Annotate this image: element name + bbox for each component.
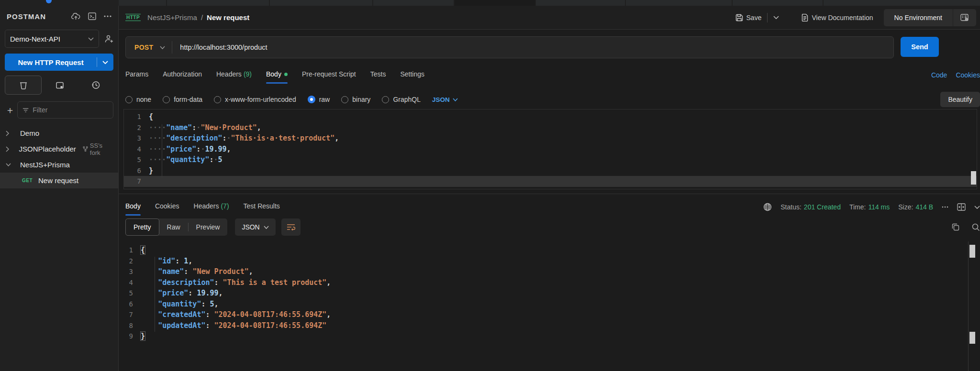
line-number: 8 <box>119 322 141 329</box>
scrollbar-thumb[interactable] <box>969 245 975 258</box>
send-button[interactable]: Send <box>901 37 939 57</box>
beautify-button[interactable]: Beautify <box>940 92 980 107</box>
url-input[interactable] <box>172 44 893 51</box>
collection-tree: Demo JSONPlaceholder SS's fork NestJS+Pr… <box>0 125 118 188</box>
line-number: 3 <box>119 268 141 275</box>
code-line[interactable]: 4····"price":·19.99, <box>124 144 977 155</box>
status-value[interactable]: 201 Created <box>804 203 841 211</box>
new-http-request-button[interactable]: New HTTP Request <box>5 54 113 71</box>
mode-x-www-form-urlencoded[interactable]: x-www-form-urlencoded <box>214 96 296 103</box>
tab-settings[interactable]: Settings <box>400 70 424 80</box>
collection-nestjs-prisma[interactable]: NestJS+Prisma <box>0 157 118 173</box>
tab-tests[interactable]: Tests <box>370 70 386 80</box>
line-number: 7 <box>119 311 141 318</box>
view-preview[interactable]: Preview <box>189 219 228 235</box>
line-number: 9 <box>119 332 141 340</box>
body-modified-dot <box>284 73 288 76</box>
split-pane-icon[interactable] <box>957 203 966 211</box>
history-icon[interactable] <box>78 76 113 95</box>
response-tab-body[interactable]: Body <box>125 202 141 212</box>
collection-demo[interactable]: Demo <box>0 125 118 141</box>
invite-user-icon[interactable] <box>105 35 113 43</box>
view-documentation-button[interactable]: View Documentation <box>802 14 873 22</box>
environment-selector: No Environment <box>884 9 976 26</box>
cloud-upload-icon[interactable] <box>71 13 80 20</box>
view-pretty[interactable]: Pretty <box>125 218 159 236</box>
more-icon[interactable] <box>104 15 111 17</box>
request-tabs: Params Authorization Headers(9) Body Pre… <box>125 67 980 83</box>
request-body-editor[interactable]: 1{2····"name":·"New·Product",3····"descr… <box>123 109 977 189</box>
radio-icon <box>341 96 348 103</box>
pane-divider[interactable] <box>119 194 980 194</box>
add-collection-icon[interactable]: ＋ <box>3 104 17 117</box>
scrollbar-thumb[interactable] <box>971 171 976 185</box>
scrollbar-thumb[interactable] <box>969 332 975 344</box>
code-line: 6 "quantity": 5, <box>119 299 977 310</box>
code-line[interactable]: 5····"quantity":·5 <box>124 154 977 165</box>
radio-icon <box>214 96 221 103</box>
line-number: 2 <box>119 257 141 265</box>
sidebar: POSTMAN Demo-Next-API New HTTP Re <box>0 6 119 371</box>
breadcrumb-request[interactable]: New request <box>207 13 249 22</box>
workspace-selector[interactable]: Demo-Next-API <box>5 30 99 48</box>
response-tab-cookies[interactable]: Cookies <box>155 202 179 212</box>
mode-graphql[interactable]: GraphQL <box>382 96 421 103</box>
chevron-right-icon <box>6 131 20 136</box>
time-value[interactable]: 114 ms <box>868 203 890 211</box>
copy-icon[interactable] <box>952 223 959 231</box>
save-options-chevron[interactable] <box>773 16 782 19</box>
chevron-down-icon <box>88 37 94 41</box>
http-method-icon: HTTP <box>125 14 141 21</box>
mode-form-data[interactable]: form-data <box>163 96 202 103</box>
postman-app: POSTMAN Demo-Next-API New HTTP Re <box>0 0 980 371</box>
console-icon[interactable] <box>88 12 96 20</box>
search-icon[interactable] <box>972 223 980 231</box>
response-tab-headers[interactable]: Headers(7) <box>194 202 229 212</box>
wrap-line-icon[interactable] <box>281 218 301 236</box>
filter-icon <box>22 108 29 113</box>
tab-params[interactable]: Params <box>125 70 148 80</box>
scrollbar-track[interactable] <box>968 241 969 371</box>
breadcrumb-collection[interactable]: NestJS+Prisma <box>147 13 197 22</box>
filter-input[interactable] <box>33 106 108 114</box>
line-number: 3 <box>124 134 149 142</box>
method-selector[interactable]: POST <box>126 44 160 51</box>
tab-body[interactable]: Body <box>266 70 288 80</box>
mode-none[interactable]: none <box>125 96 151 103</box>
mode-raw[interactable]: raw <box>308 96 330 103</box>
response-tab-test-results[interactable]: Test Results <box>244 202 280 212</box>
code-line[interactable]: 1{ <box>124 111 977 122</box>
fork-badge: SS's fork <box>83 142 112 156</box>
collapse-response-chevron[interactable] <box>974 206 980 209</box>
tab-headers[interactable]: Headers(9) <box>216 70 252 80</box>
raw-language-selector[interactable]: JSON <box>432 96 458 103</box>
request-new-request[interactable]: GET New request <box>0 173 118 188</box>
environment-name[interactable]: No Environment <box>884 14 953 22</box>
code-line[interactable]: 3····"description":·"This·is·a·test·prod… <box>124 133 977 144</box>
environments-icon[interactable] <box>42 76 78 95</box>
collection-jsonplaceholder[interactable]: JSONPlaceholder SS's fork <box>0 141 118 157</box>
code-line[interactable]: 2····"name":·"New·Product", <box>124 122 977 133</box>
filter-input-wrap <box>17 101 113 119</box>
tab-authorization[interactable]: Authorization <box>163 70 202 80</box>
view-raw[interactable]: Raw <box>159 219 188 235</box>
response-header: Body Cookies Headers(7) Test Results Sta… <box>125 198 980 216</box>
mode-binary[interactable]: binary <box>341 96 370 103</box>
collections-icon[interactable] <box>5 76 42 95</box>
new-request-options-chevron[interactable] <box>97 61 113 64</box>
save-button[interactable]: Save <box>735 14 762 22</box>
environment-quicklook-icon[interactable] <box>953 14 976 22</box>
sidebar-tab-strip <box>0 0 119 6</box>
method-chevron-icon[interactable] <box>160 46 172 49</box>
line-number: 1 <box>119 246 141 254</box>
response-language-selector[interactable]: JSON <box>235 218 275 236</box>
code-link[interactable]: Code <box>931 71 947 79</box>
body-mode-row: none form-data x-www-form-urlencoded raw… <box>125 90 980 109</box>
cookies-link[interactable]: Cookies <box>956 71 980 79</box>
tab-pre-request-script[interactable]: Pre-request Script <box>302 70 356 80</box>
code-line[interactable]: 6} <box>124 165 977 176</box>
code-line[interactable]: 7 <box>124 176 977 187</box>
new-http-request-label: New HTTP Request <box>5 58 97 66</box>
more-actions-icon[interactable] <box>942 206 948 208</box>
size-value[interactable]: 414 B <box>915 203 933 211</box>
